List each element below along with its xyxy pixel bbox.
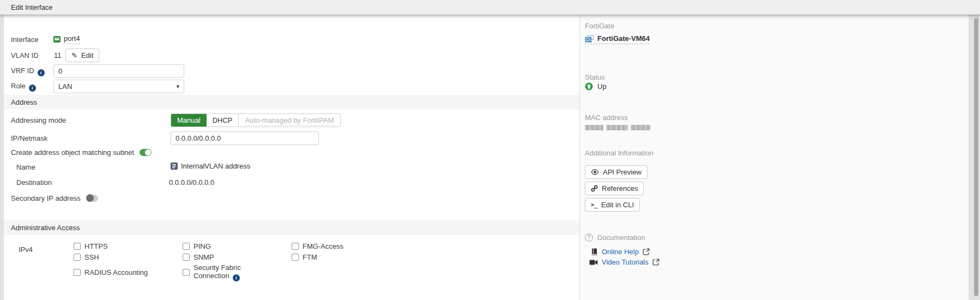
checkbox-fmg-access[interactable]: FMG-Access [292,242,401,250]
api-preview-button[interactable]: API Preview [585,165,648,179]
references-label: References [602,184,638,193]
online-help-row: Online Help [591,248,650,256]
video-camera-icon [589,260,598,265]
checkbox-box[interactable] [74,254,81,261]
vlan-edit-button[interactable]: ✎ Edit [65,49,99,62]
role-select[interactable]: LAN ▾ [53,80,184,93]
interface-label: Interface [11,35,39,44]
checkbox-radius-accounting[interactable]: RADIUS Accounting [74,268,183,277]
info-icon[interactable]: i [38,69,45,76]
external-link-icon [643,248,650,255]
checkbox-security-fabric[interactable]: Security Fabric Connectioni [183,264,292,281]
create-address-object-label: Create address object matching subnet [11,148,134,157]
ipv4-access-grid: HTTPS PING FMG-Access SSH SNMP FTM RADIU… [74,242,412,281]
checkbox-ssh[interactable]: SSH [74,253,183,261]
info-sidebar: FortiGate FortiGate-VM64 Status Up MAC a… [579,15,969,300]
fortigate-device-link[interactable]: FortiGate-VM64 [585,34,650,44]
admin-access-section-header: Administrative Access [4,220,579,235]
status-label: Status [585,73,605,81]
video-tutorials-link[interactable]: Video Tutorials [602,258,649,266]
vlan-id-label: VLAN ID [11,51,39,59]
checkbox-ftm[interactable]: FTM [292,253,401,261]
api-preview-label: API Preview [603,168,642,176]
address-name-value: InternalVLAN address [171,162,250,170]
address-object-icon [171,163,178,170]
online-help-link[interactable]: Online Help [602,248,639,256]
vrf-id-label: VRF IDi [11,67,45,76]
checkbox-ping[interactable]: PING [183,242,292,250]
vlan-id-value: 11 [54,51,62,59]
chevron-down-icon: ▾ [176,83,179,90]
checkbox-box[interactable] [74,243,81,250]
info-icon[interactable]: i [233,274,240,281]
secondary-ip-row: Secondary IP address [11,194,98,202]
mode-option-manual[interactable]: Manual [171,114,207,127]
mac-address-redacted-value [585,124,653,132]
address-object-name: InternalVLAN address [181,162,250,170]
secondary-ip-toggle[interactable] [86,195,98,202]
book-icon [591,248,598,255]
checkbox-box[interactable] [183,254,190,261]
destination-value: 0.0.0.0/0.0.0.0 [169,178,214,187]
terminal-icon: >_ [591,202,597,208]
address-section-header: Address [4,95,579,110]
ip-netmask-label: IP/Netmask [11,134,47,142]
addressing-mode-label: Addressing mode [11,116,66,124]
references-button[interactable]: References [585,182,644,195]
documentation-title: Documentation [597,233,645,242]
documentation-header: ? Documentation [585,233,645,242]
vlan-edit-button-label: Edit [81,51,93,59]
ipv4-label: IPv4 [19,245,33,254]
question-icon: ? [585,233,593,242]
checkbox-box[interactable] [74,269,81,276]
mac-address-label: MAC address [585,113,628,122]
address-name-label: Name [16,163,35,171]
fortigate-device-name: FortiGate-VM64 [597,34,650,43]
dialog-header: Edit Interface [0,0,980,15]
checkbox-box[interactable] [292,254,299,261]
interface-name: port4 [64,34,80,44]
addressing-mode-segment: Manual DHCP Auto-managed by FortiIPAM [171,113,341,127]
external-link-icon [652,259,660,266]
interface-value[interactable]: port4 [53,34,80,44]
role-label: Rolei [11,82,36,92]
eye-icon [591,169,599,175]
ip-netmask-input[interactable] [171,131,319,145]
pencil-icon: ✎ [71,52,77,59]
checkbox-box[interactable] [183,269,190,276]
checkbox-https[interactable]: HTTPS [74,242,183,250]
edit-in-cli-label: Edit in CLI [601,201,634,209]
vertical-scrollbar-thumb[interactable] [974,18,978,296]
checkbox-box[interactable] [183,243,190,250]
status-up-icon [585,82,593,91]
create-address-object-row: Create address object matching subnet [11,148,152,157]
status-value: Up [597,82,607,91]
fortigate-device-icon [585,35,594,43]
role-selected-value: LAN [58,82,72,91]
admin-access-section-title: Administrative Access [11,224,80,232]
mode-option-dhcp[interactable]: DHCP [207,114,239,127]
edit-interface-form: Interface port4 VLAN ID 11 ✎ Edit VRF ID… [4,15,579,300]
info-icon[interactable]: i [29,85,36,92]
video-tutorials-row: Video Tutorials [589,258,660,266]
status-value-row: Up [585,82,607,91]
checkbox-snmp[interactable]: SNMP [183,253,292,261]
secondary-ip-label: Secondary IP address [11,194,81,202]
ethernet-port-icon [53,36,61,43]
create-address-object-toggle[interactable] [140,149,152,156]
mode-option-fortiipam[interactable]: Auto-managed by FortiIPAM [239,114,340,127]
dialog-title: Edit Interface [11,3,53,11]
destination-label: Destination [16,178,52,187]
link-icon [591,185,598,192]
fortigate-label: FortiGate [585,22,614,30]
edit-in-cli-button[interactable]: >_ Edit in CLI [585,198,640,212]
address-section-title: Address [11,98,37,106]
additional-information-label: Additional Information [585,149,654,157]
vrf-id-input[interactable] [53,64,184,78]
checkbox-box[interactable] [292,243,299,250]
